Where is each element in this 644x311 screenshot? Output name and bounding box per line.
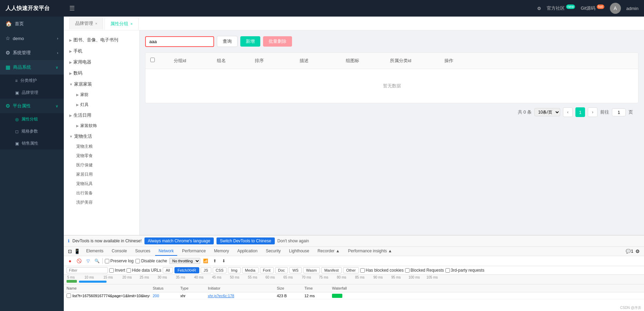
tab-performance[interactable]: Performance	[179, 247, 209, 256]
filter-wasm-button[interactable]: Wasm	[303, 267, 320, 273]
tree-item-pet-health[interactable]: 医疗保健	[71, 161, 139, 170]
tree-item-digital[interactable]: ▶ 数码	[64, 68, 139, 79]
tab-security[interactable]: Security	[262, 247, 284, 256]
tree-item-daily[interactable]: ▶ 生活日用	[64, 110, 139, 121]
tree-item-pet-toy[interactable]: 宠物玩具	[71, 179, 139, 188]
device-icon[interactable]: 📱	[74, 249, 80, 254]
blocked-req-checkbox[interactable]: Blocked Requests	[405, 268, 444, 273]
sidebar-item-sale-attr[interactable]: ▣ 销售属性	[11, 137, 64, 149]
tab-application[interactable]: Application	[234, 247, 261, 256]
tree-item-pet[interactable]: ▼ 宠物生活	[64, 131, 139, 142]
nth-initiator: Initiator	[205, 285, 274, 291]
filter-manifest-button[interactable]: Manifest	[321, 267, 342, 273]
timeline-tick-105ms: 105 ms	[426, 275, 438, 279]
network-row[interactable]: list?t=1675609167774&page=1&limit=10&key…	[64, 292, 644, 299]
filter-doc-button[interactable]: Doc	[275, 267, 288, 273]
git-label[interactable]: Git源码 hot	[581, 5, 604, 11]
community-label[interactable]: 官方社区 new	[547, 5, 575, 11]
tree-item-appliance[interactable]: ▶ 家用电器	[64, 57, 139, 68]
tab-recorder[interactable]: Recorder ▲	[314, 247, 343, 256]
tree-item-pet-travel[interactable]: 出行装备	[71, 188, 139, 198]
tab-sources[interactable]: Sources	[132, 247, 154, 256]
sidebar-item-demo[interactable]: ☆ demo ›	[0, 31, 64, 46]
record-icon[interactable]: ●	[67, 257, 73, 264]
tree-item-pet-snack[interactable]: 宠物零食	[71, 151, 139, 161]
query-button[interactable]: 查询	[217, 36, 238, 47]
next-page-button[interactable]: ›	[588, 107, 597, 117]
filter-other-button[interactable]: Other	[343, 267, 359, 273]
tab-close-icon[interactable]: ×	[95, 21, 97, 26]
match-language-button[interactable]: Always match Chrome's language	[144, 237, 214, 244]
tab-elements[interactable]: Elements	[83, 247, 107, 256]
prev-page-button[interactable]: ‹	[563, 107, 573, 117]
tree-item-fabric[interactable]: ▶ 家纺	[71, 90, 139, 100]
invert-checkbox[interactable]: Invert	[109, 268, 125, 273]
filter-media-button[interactable]: Media	[242, 267, 259, 273]
wifi-icon[interactable]: 📶	[202, 257, 209, 264]
tree-item-lamp[interactable]: ▶ 灯具	[71, 100, 139, 110]
feedback-icon[interactable]: 💬1	[626, 249, 633, 254]
filter-js-button[interactable]: JS	[201, 267, 211, 273]
download-icon[interactable]: ⬇	[220, 257, 227, 264]
third-party-checkbox[interactable]: 3rd-party requests	[445, 268, 484, 273]
filter-img-button[interactable]: Img	[228, 267, 240, 273]
filter-icon[interactable]: ▽	[84, 257, 91, 264]
search-input[interactable]	[145, 36, 214, 47]
filter-input[interactable]	[67, 267, 108, 273]
tab-network[interactable]: Network	[155, 247, 177, 256]
hamburger-icon[interactable]: ☰	[69, 4, 75, 12]
tab-brand[interactable]: 品牌管理 ×	[69, 17, 103, 29]
sidebar-item-spec[interactable]: ◻ 规格参数	[11, 125, 64, 137]
tab-console[interactable]: Console	[108, 247, 130, 256]
tab-bar: 品牌管理 × 属性分组 ×	[64, 17, 644, 30]
tree-item-soft-decor[interactable]: ▶ 家装软饰	[71, 121, 139, 131]
batch-delete-button[interactable]: 批量删除	[263, 36, 292, 47]
hide-data-urls-checkbox[interactable]: Hide data URLs	[127, 268, 161, 273]
filter-font-button[interactable]: Font	[260, 267, 274, 273]
timeline-tick-60ms: 60 ms	[265, 275, 275, 279]
row-name: list?t=1675609167774&page=1&limit=10&key…	[64, 292, 150, 299]
sidebar-item-goods[interactable]: ▦ 商品系统 ∨	[0, 60, 64, 75]
tree-item-home-decor[interactable]: ▼ 家居家装	[64, 79, 139, 90]
page-goto-input[interactable]	[612, 108, 626, 116]
select-all-checkbox[interactable]	[150, 58, 155, 62]
filter-css-button[interactable]: CSS	[213, 267, 227, 273]
sidebar-item-attr-group[interactable]: ◎ 属性分组	[11, 113, 64, 125]
has-blocked-checkbox[interactable]: Has blocked cookies	[360, 268, 404, 273]
devtools-settings-icon[interactable]: ⚙	[635, 249, 640, 254]
tab-lighthouse[interactable]: Lighthouse	[285, 247, 313, 256]
row-initiator[interactable]: xhr.js?ec6c:178	[205, 293, 274, 299]
sidebar-item-brand[interactable]: ▣ 品牌管理	[11, 87, 64, 99]
row-checkbox[interactable]	[67, 293, 71, 298]
sidebar-item-system[interactable]: ⚙ 系统管理 ›	[0, 46, 64, 60]
preserve-log-checkbox[interactable]: Preserve log	[105, 259, 133, 263]
inspect-icon[interactable]: ⊡	[68, 249, 72, 254]
tree-item-pet-home[interactable]: 家居日用	[71, 170, 139, 179]
tree-item-phone[interactable]: ▶ 手机	[64, 46, 139, 57]
sidebar-item-home[interactable]: 🏠 首页	[0, 17, 64, 31]
sidebar-item-platform[interactable]: ⚙ 平台属性 ∨	[0, 99, 64, 113]
upload-icon[interactable]: ⬆	[211, 257, 218, 264]
clear-icon[interactable]: 🚫	[76, 257, 82, 264]
per-page-select[interactable]: 10条/页	[534, 108, 560, 116]
tab-perf-insights[interactable]: Performance insights ▲	[345, 247, 396, 256]
tree-item-books[interactable]: ▶ 图书、音像、电子书刊	[64, 35, 139, 46]
tab-memory[interactable]: Memory	[211, 247, 232, 256]
sidebar-item-classify[interactable]: ≡ 分类维护	[11, 75, 64, 87]
settings-icon[interactable]: ⚙	[537, 6, 541, 11]
search-icon[interactable]: 🔍	[93, 257, 100, 264]
avatar[interactable]: A	[610, 3, 621, 14]
disable-cache-checkbox[interactable]: Disable cache	[135, 259, 167, 263]
nth-waterfall: Waterfall	[329, 285, 644, 291]
tree-item-pet-food[interactable]: 宠物主粮	[71, 142, 139, 151]
tree-item-pet-groom[interactable]: 洗护美容	[71, 198, 139, 207]
tab-close-icon[interactable]: ×	[130, 22, 132, 26]
filter-ws-button[interactable]: WS	[289, 267, 302, 273]
filter-fetch-xhr-button[interactable]: Fetch/XHR	[174, 267, 199, 273]
throttle-select[interactable]: No throttling	[169, 258, 200, 264]
switch-devtools-button[interactable]: Switch DevTools to Chinese	[217, 237, 275, 244]
dont-show-button[interactable]: Don't show again	[278, 239, 309, 243]
add-button[interactable]: 新增	[240, 36, 260, 47]
tab-attr-group[interactable]: 属性分组 ×	[104, 18, 138, 30]
filter-all-button[interactable]: All	[163, 267, 173, 273]
